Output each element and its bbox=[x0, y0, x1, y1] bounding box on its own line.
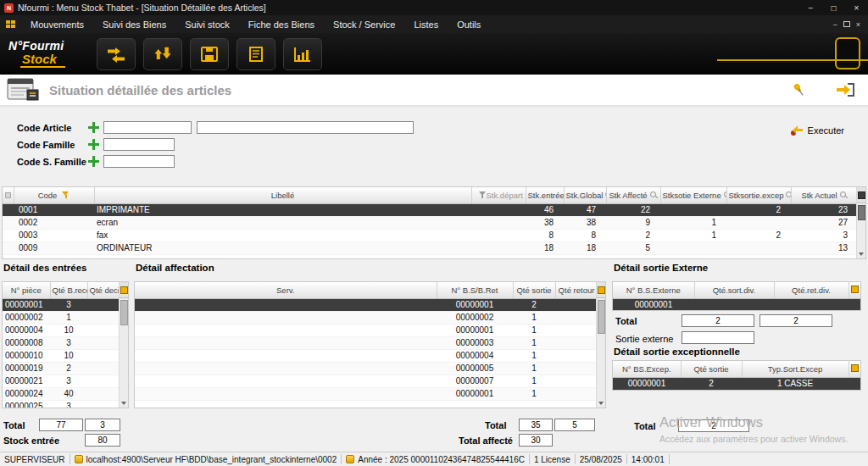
menu-listes[interactable]: Listes bbox=[404, 15, 448, 33]
search-icon[interactable] bbox=[650, 191, 658, 199]
col-stk-depart[interactable]: Stk.départ bbox=[471, 187, 526, 203]
sortie-externe-field[interactable] bbox=[682, 331, 754, 344]
menu-outils[interactable]: Outils bbox=[448, 15, 490, 33]
filter-funnel-icon[interactable] bbox=[479, 191, 487, 199]
col-n-bs-excep[interactable]: N° BS.Excep. bbox=[613, 361, 681, 377]
mdi-restore-button[interactable] bbox=[843, 21, 850, 27]
menu-mouvements[interactable]: Mouvements bbox=[21, 15, 93, 33]
scroll-down-button[interactable] bbox=[120, 398, 129, 408]
table-menu-icon[interactable] bbox=[598, 286, 605, 294]
table-row[interactable]: 0000000121 CASSE bbox=[613, 377, 860, 390]
menu-fiche-des-biens[interactable]: Fiche des Biens bbox=[239, 15, 324, 33]
total-excep-field[interactable] bbox=[678, 419, 749, 432]
col-qte-brecep[interactable]: Qté B.recep bbox=[50, 282, 87, 298]
toolbar-empty-button[interactable] bbox=[835, 37, 860, 69]
table-row[interactable]: 000000021 bbox=[135, 311, 598, 324]
col-typ-sort-excep[interactable]: Typ.Sort.Excep bbox=[742, 361, 849, 377]
code-article-input[interactable] bbox=[103, 121, 192, 134]
table-row[interactable]: 0001IMPRIMANTE464722223 bbox=[3, 203, 858, 216]
mdi-minimize-button[interactable]: − bbox=[832, 20, 837, 29]
table-menu-icon[interactable] bbox=[120, 286, 128, 294]
minimize-button[interactable]: − bbox=[799, 0, 822, 15]
table-row[interactable]: 0009ORDINATEUR1818513 bbox=[3, 241, 858, 254]
col-stk-actuel[interactable]: Stk Actuel bbox=[791, 187, 858, 203]
total-sort-div-field[interactable] bbox=[682, 314, 754, 327]
search-icon[interactable] bbox=[786, 191, 791, 199]
table-row[interactable]: 0002ecran38389127 bbox=[3, 216, 858, 229]
table-menu-icon[interactable] bbox=[851, 364, 859, 372]
report-button[interactable] bbox=[236, 38, 275, 70]
maximize-button[interactable]: □ bbox=[822, 0, 845, 15]
import-export-button[interactable] bbox=[143, 38, 182, 70]
table-row[interactable]: 0000001010 bbox=[3, 349, 120, 362]
table-row[interactable]: 000000013 bbox=[3, 298, 120, 311]
table-row[interactable]: 0000000410 bbox=[3, 324, 120, 336]
table-row[interactable]: 000000192 bbox=[3, 362, 120, 374]
table-row[interactable]: 000000071 bbox=[135, 374, 598, 387]
total-qte-decision-field[interactable] bbox=[85, 419, 120, 431]
col-stk-entree[interactable]: Stk.entrée bbox=[526, 187, 564, 203]
table-row[interactable]: 000000253 bbox=[3, 400, 120, 408]
col-serv[interactable]: Serv. bbox=[135, 282, 437, 298]
col-n-bs-externe[interactable]: N° B.S.Externe bbox=[613, 282, 694, 298]
scrollbar-thumb[interactable] bbox=[120, 300, 128, 325]
close-button[interactable]: × bbox=[845, 0, 868, 15]
table-row[interactable]: 000000011 bbox=[135, 387, 598, 400]
article-name-input[interactable] bbox=[197, 121, 414, 134]
col-qte-decision[interactable]: Qté decisio bbox=[87, 282, 120, 298]
table-row[interactable]: 000000051 bbox=[135, 362, 598, 374]
vertical-scrollbar[interactable] bbox=[119, 282, 128, 408]
scroll-down-button[interactable] bbox=[597, 398, 606, 408]
menu-suivi-stock[interactable]: Suivi stock bbox=[175, 15, 239, 33]
menu-stock-service[interactable]: Stock / Service bbox=[324, 15, 404, 33]
mdi-close-button[interactable]: × bbox=[856, 20, 860, 29]
total-sortie-field[interactable] bbox=[519, 419, 553, 431]
col-stk-affecte[interactable]: Stk Affecté bbox=[606, 187, 660, 203]
col-stk-global[interactable]: Stk.Global bbox=[564, 187, 606, 203]
table-row[interactable]: 000000031 bbox=[135, 336, 598, 349]
save-button[interactable] bbox=[190, 38, 229, 70]
total-qte-recep-field[interactable] bbox=[39, 419, 83, 431]
pin-icon[interactable] bbox=[792, 82, 805, 97]
table-row[interactable]: 000000083 bbox=[3, 336, 120, 349]
col-code[interactable]: Code bbox=[14, 187, 94, 203]
add-s-famille-button[interactable] bbox=[88, 156, 99, 167]
table-row[interactable]: 000000213 bbox=[3, 374, 120, 387]
col-n-bs-bret[interactable]: N° B.S/B.Ret bbox=[437, 282, 513, 298]
table-menu-icon[interactable] bbox=[851, 286, 859, 293]
total-ret-div-field[interactable] bbox=[760, 314, 832, 327]
scrollbar-thumb[interactable] bbox=[858, 205, 865, 220]
stock-entree-field[interactable] bbox=[85, 434, 120, 447]
col-qte-sortie[interactable]: Qté sortie bbox=[513, 282, 555, 298]
col-libelle[interactable]: Libellé bbox=[94, 187, 471, 203]
col-qte-sort-div[interactable]: Qté.sort.div. bbox=[694, 282, 774, 298]
table-row[interactable]: 000000011 bbox=[135, 324, 598, 336]
grid-menu-icon[interactable] bbox=[858, 191, 865, 199]
transfer-button[interactable] bbox=[97, 38, 136, 70]
table-row[interactable]: 00000001 bbox=[613, 298, 860, 311]
scroll-down-button[interactable] bbox=[857, 249, 866, 258]
menu-suivi-des-biens[interactable]: Suivi des Biens bbox=[93, 15, 175, 33]
col-qte-ret-div[interactable]: Qté.ret.div. bbox=[774, 282, 849, 298]
add-famille-button[interactable] bbox=[88, 139, 99, 150]
table-row[interactable]: 0003fax882123 bbox=[3, 229, 858, 241]
col-stk-sortie-externe[interactable]: Stksotie Externe bbox=[660, 187, 726, 203]
table-row[interactable]: 000000021 bbox=[3, 311, 120, 324]
scrollbar-thumb[interactable] bbox=[598, 300, 605, 334]
code-s-famille-input[interactable] bbox=[103, 155, 175, 168]
total-affecte-field[interactable] bbox=[519, 434, 553, 447]
col-n-piece[interactable]: N° pièce bbox=[3, 282, 50, 298]
col-stk-sortie-excep[interactable]: Stksortie.excep bbox=[726, 187, 791, 203]
total-retour-field[interactable] bbox=[554, 419, 595, 431]
search-icon[interactable] bbox=[840, 191, 848, 199]
table-row[interactable]: 000000012 bbox=[135, 298, 598, 311]
add-article-button[interactable] bbox=[88, 122, 99, 133]
filter-funnel-icon[interactable] bbox=[62, 191, 70, 199]
chart-button[interactable] bbox=[283, 38, 322, 70]
col-qte-retour[interactable]: Qté retour bbox=[555, 282, 598, 298]
vertical-scrollbar[interactable] bbox=[596, 282, 605, 408]
vertical-scrollbar[interactable] bbox=[856, 187, 865, 258]
exit-icon[interactable] bbox=[836, 83, 854, 97]
table-row[interactable]: 000000041 bbox=[135, 349, 598, 362]
table-row[interactable]: 0000002440 bbox=[3, 387, 120, 400]
